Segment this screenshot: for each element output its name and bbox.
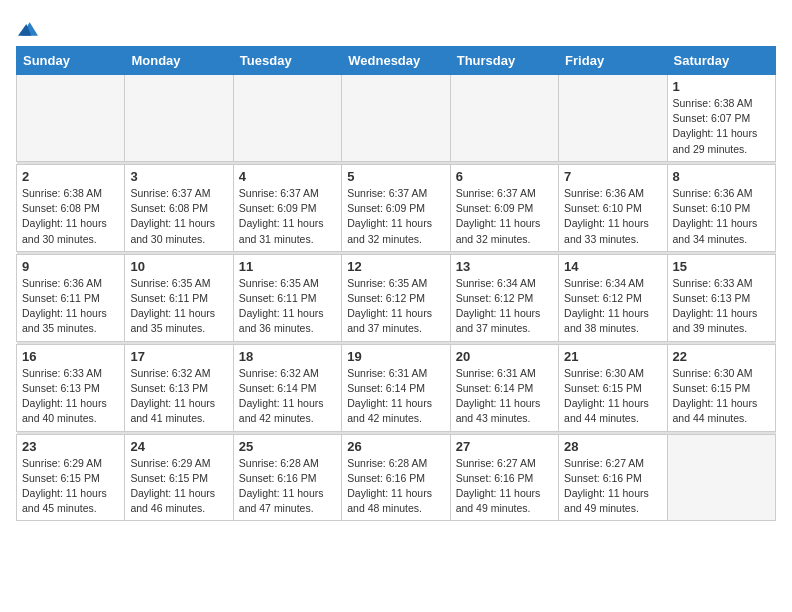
day-number: 9: [22, 259, 119, 274]
calendar-cell: 11Sunrise: 6:35 AM Sunset: 6:11 PM Dayli…: [233, 254, 341, 341]
day-info: Sunrise: 6:28 AM Sunset: 6:16 PM Dayligh…: [347, 456, 444, 517]
day-info: Sunrise: 6:27 AM Sunset: 6:16 PM Dayligh…: [564, 456, 661, 517]
calendar-cell: 1Sunrise: 6:38 AM Sunset: 6:07 PM Daylig…: [667, 75, 775, 162]
calendar-cell: 17Sunrise: 6:32 AM Sunset: 6:13 PM Dayli…: [125, 344, 233, 431]
calendar-week-row: 9Sunrise: 6:36 AM Sunset: 6:11 PM Daylig…: [17, 254, 776, 341]
page-header: [16, 16, 776, 38]
day-number: 23: [22, 439, 119, 454]
calendar-cell: 13Sunrise: 6:34 AM Sunset: 6:12 PM Dayli…: [450, 254, 558, 341]
day-info: Sunrise: 6:35 AM Sunset: 6:11 PM Dayligh…: [130, 276, 227, 337]
day-number: 16: [22, 349, 119, 364]
day-number: 18: [239, 349, 336, 364]
day-info: Sunrise: 6:31 AM Sunset: 6:14 PM Dayligh…: [347, 366, 444, 427]
weekday-header-monday: Monday: [125, 47, 233, 75]
calendar-cell: [342, 75, 450, 162]
day-number: 8: [673, 169, 770, 184]
day-number: 10: [130, 259, 227, 274]
day-info: Sunrise: 6:31 AM Sunset: 6:14 PM Dayligh…: [456, 366, 553, 427]
calendar-cell: 8Sunrise: 6:36 AM Sunset: 6:10 PM Daylig…: [667, 164, 775, 251]
day-info: Sunrise: 6:36 AM Sunset: 6:10 PM Dayligh…: [673, 186, 770, 247]
calendar-table: SundayMondayTuesdayWednesdayThursdayFrid…: [16, 46, 776, 521]
day-number: 6: [456, 169, 553, 184]
day-info: Sunrise: 6:27 AM Sunset: 6:16 PM Dayligh…: [456, 456, 553, 517]
day-info: Sunrise: 6:36 AM Sunset: 6:10 PM Dayligh…: [564, 186, 661, 247]
calendar-cell: 20Sunrise: 6:31 AM Sunset: 6:14 PM Dayli…: [450, 344, 558, 431]
day-number: 22: [673, 349, 770, 364]
day-number: 25: [239, 439, 336, 454]
day-number: 5: [347, 169, 444, 184]
calendar-cell: 9Sunrise: 6:36 AM Sunset: 6:11 PM Daylig…: [17, 254, 125, 341]
day-info: Sunrise: 6:37 AM Sunset: 6:09 PM Dayligh…: [239, 186, 336, 247]
weekday-header-row: SundayMondayTuesdayWednesdayThursdayFrid…: [17, 47, 776, 75]
logo: [16, 20, 38, 38]
title-block: [38, 16, 776, 18]
day-info: Sunrise: 6:30 AM Sunset: 6:15 PM Dayligh…: [564, 366, 661, 427]
calendar-cell: 14Sunrise: 6:34 AM Sunset: 6:12 PM Dayli…: [559, 254, 667, 341]
weekday-header-wednesday: Wednesday: [342, 47, 450, 75]
calendar-cell: 27Sunrise: 6:27 AM Sunset: 6:16 PM Dayli…: [450, 434, 558, 521]
calendar-cell: [17, 75, 125, 162]
day-number: 3: [130, 169, 227, 184]
calendar-cell: 6Sunrise: 6:37 AM Sunset: 6:09 PM Daylig…: [450, 164, 558, 251]
weekday-header-thursday: Thursday: [450, 47, 558, 75]
calendar-cell: [559, 75, 667, 162]
day-number: 27: [456, 439, 553, 454]
calendar-cell: 7Sunrise: 6:36 AM Sunset: 6:10 PM Daylig…: [559, 164, 667, 251]
calendar-cell: [125, 75, 233, 162]
calendar-cell: 15Sunrise: 6:33 AM Sunset: 6:13 PM Dayli…: [667, 254, 775, 341]
calendar-cell: 21Sunrise: 6:30 AM Sunset: 6:15 PM Dayli…: [559, 344, 667, 431]
day-number: 11: [239, 259, 336, 274]
day-info: Sunrise: 6:33 AM Sunset: 6:13 PM Dayligh…: [22, 366, 119, 427]
day-number: 21: [564, 349, 661, 364]
calendar-cell: [667, 434, 775, 521]
day-number: 15: [673, 259, 770, 274]
weekday-header-friday: Friday: [559, 47, 667, 75]
day-info: Sunrise: 6:37 AM Sunset: 6:09 PM Dayligh…: [456, 186, 553, 247]
day-number: 14: [564, 259, 661, 274]
day-info: Sunrise: 6:33 AM Sunset: 6:13 PM Dayligh…: [673, 276, 770, 337]
calendar-week-row: 2Sunrise: 6:38 AM Sunset: 6:08 PM Daylig…: [17, 164, 776, 251]
weekday-header-tuesday: Tuesday: [233, 47, 341, 75]
calendar-cell: 10Sunrise: 6:35 AM Sunset: 6:11 PM Dayli…: [125, 254, 233, 341]
day-number: 12: [347, 259, 444, 274]
day-info: Sunrise: 6:37 AM Sunset: 6:09 PM Dayligh…: [347, 186, 444, 247]
day-info: Sunrise: 6:30 AM Sunset: 6:15 PM Dayligh…: [673, 366, 770, 427]
calendar-cell: 5Sunrise: 6:37 AM Sunset: 6:09 PM Daylig…: [342, 164, 450, 251]
calendar-cell: 19Sunrise: 6:31 AM Sunset: 6:14 PM Dayli…: [342, 344, 450, 431]
day-number: 24: [130, 439, 227, 454]
weekday-header-sunday: Sunday: [17, 47, 125, 75]
day-number: 1: [673, 79, 770, 94]
calendar-week-row: 1Sunrise: 6:38 AM Sunset: 6:07 PM Daylig…: [17, 75, 776, 162]
calendar-cell: [233, 75, 341, 162]
weekday-header-saturday: Saturday: [667, 47, 775, 75]
day-info: Sunrise: 6:29 AM Sunset: 6:15 PM Dayligh…: [130, 456, 227, 517]
day-info: Sunrise: 6:34 AM Sunset: 6:12 PM Dayligh…: [456, 276, 553, 337]
day-info: Sunrise: 6:28 AM Sunset: 6:16 PM Dayligh…: [239, 456, 336, 517]
calendar-cell: 4Sunrise: 6:37 AM Sunset: 6:09 PM Daylig…: [233, 164, 341, 251]
calendar-cell: 28Sunrise: 6:27 AM Sunset: 6:16 PM Dayli…: [559, 434, 667, 521]
day-number: 28: [564, 439, 661, 454]
calendar-cell: 12Sunrise: 6:35 AM Sunset: 6:12 PM Dayli…: [342, 254, 450, 341]
day-number: 4: [239, 169, 336, 184]
day-number: 17: [130, 349, 227, 364]
calendar-cell: 16Sunrise: 6:33 AM Sunset: 6:13 PM Dayli…: [17, 344, 125, 431]
calendar-cell: 26Sunrise: 6:28 AM Sunset: 6:16 PM Dayli…: [342, 434, 450, 521]
day-number: 26: [347, 439, 444, 454]
day-info: Sunrise: 6:32 AM Sunset: 6:13 PM Dayligh…: [130, 366, 227, 427]
day-info: Sunrise: 6:32 AM Sunset: 6:14 PM Dayligh…: [239, 366, 336, 427]
day-info: Sunrise: 6:38 AM Sunset: 6:07 PM Dayligh…: [673, 96, 770, 157]
day-number: 20: [456, 349, 553, 364]
day-info: Sunrise: 6:29 AM Sunset: 6:15 PM Dayligh…: [22, 456, 119, 517]
day-info: Sunrise: 6:35 AM Sunset: 6:12 PM Dayligh…: [347, 276, 444, 337]
calendar-week-row: 23Sunrise: 6:29 AM Sunset: 6:15 PM Dayli…: [17, 434, 776, 521]
day-number: 13: [456, 259, 553, 274]
calendar-week-row: 16Sunrise: 6:33 AM Sunset: 6:13 PM Dayli…: [17, 344, 776, 431]
day-info: Sunrise: 6:37 AM Sunset: 6:08 PM Dayligh…: [130, 186, 227, 247]
logo-icon: [18, 20, 38, 38]
calendar-cell: 3Sunrise: 6:37 AM Sunset: 6:08 PM Daylig…: [125, 164, 233, 251]
calendar-cell: 2Sunrise: 6:38 AM Sunset: 6:08 PM Daylig…: [17, 164, 125, 251]
calendar-cell: 24Sunrise: 6:29 AM Sunset: 6:15 PM Dayli…: [125, 434, 233, 521]
day-info: Sunrise: 6:34 AM Sunset: 6:12 PM Dayligh…: [564, 276, 661, 337]
day-info: Sunrise: 6:36 AM Sunset: 6:11 PM Dayligh…: [22, 276, 119, 337]
day-info: Sunrise: 6:35 AM Sunset: 6:11 PM Dayligh…: [239, 276, 336, 337]
